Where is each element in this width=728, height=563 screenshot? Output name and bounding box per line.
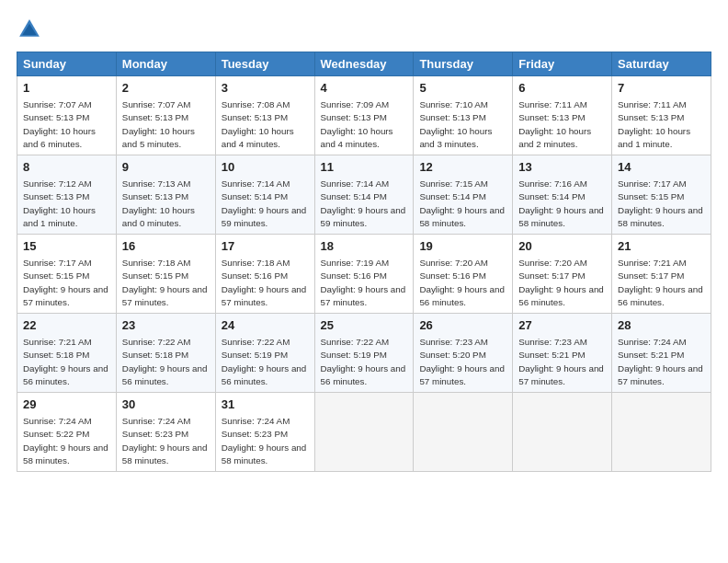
calendar-day-cell: 9Sunrise: 7:13 AMSunset: 5:13 PMDaylight… (116, 155, 215, 235)
calendar-day-cell: 1Sunrise: 7:07 AMSunset: 5:13 PMDaylight… (17, 76, 117, 155)
day-number: 22 (23, 317, 110, 334)
calendar-week-row: 29Sunrise: 7:24 AMSunset: 5:22 PMDayligh… (17, 393, 711, 472)
calendar-day-cell: 13Sunrise: 7:16 AMSunset: 5:14 PMDayligh… (513, 155, 612, 235)
calendar-day-cell: 18Sunrise: 7:19 AMSunset: 5:16 PMDayligh… (314, 235, 414, 314)
day-sun-info: Sunrise: 7:08 AMSunset: 5:13 PMDaylight:… (222, 98, 309, 151)
day-number: 20 (518, 238, 606, 255)
calendar-day-cell: 5Sunrise: 7:10 AMSunset: 5:13 PMDaylight… (414, 76, 513, 155)
page-container: SundayMondayTuesdayWednesdayThursdayFrid… (0, 0, 728, 481)
calendar-body: 1Sunrise: 7:07 AMSunset: 5:13 PMDaylight… (17, 76, 711, 472)
calendar-day-cell: 28Sunrise: 7:24 AMSunset: 5:21 PMDayligh… (612, 314, 711, 393)
calendar-day-cell: 27Sunrise: 7:23 AMSunset: 5:21 PMDayligh… (513, 314, 612, 393)
day-number: 15 (23, 238, 110, 255)
day-number: 9 (122, 159, 210, 176)
header-day-wednesday: Wednesday (314, 52, 414, 76)
day-sun-info: Sunrise: 7:24 AMSunset: 5:21 PMDaylight:… (618, 336, 705, 388)
header-day-saturday: Saturday (612, 52, 711, 76)
day-sun-info: Sunrise: 7:23 AMSunset: 5:20 PMDaylight:… (419, 336, 506, 388)
calendar-day-cell: 31Sunrise: 7:24 AMSunset: 5:23 PMDayligh… (215, 393, 314, 472)
day-sun-info: Sunrise: 7:21 AMSunset: 5:18 PMDaylight:… (23, 336, 110, 388)
day-sun-info: Sunrise: 7:15 AMSunset: 5:14 PMDaylight:… (419, 178, 506, 230)
calendar-day-cell: 20Sunrise: 7:20 AMSunset: 5:17 PMDayligh… (513, 235, 612, 314)
calendar-day-cell: 26Sunrise: 7:23 AMSunset: 5:20 PMDayligh… (414, 314, 513, 393)
day-number: 28 (618, 317, 705, 334)
day-sun-info: Sunrise: 7:11 AMSunset: 5:13 PMDaylight:… (618, 98, 705, 151)
header-day-monday: Monday (116, 52, 215, 76)
day-sun-info: Sunrise: 7:14 AMSunset: 5:14 PMDaylight:… (321, 178, 408, 230)
day-sun-info: Sunrise: 7:18 AMSunset: 5:15 PMDaylight:… (122, 257, 210, 309)
day-number: 21 (618, 238, 705, 255)
calendar-day-cell: 22Sunrise: 7:21 AMSunset: 5:18 PMDayligh… (17, 314, 117, 393)
day-sun-info: Sunrise: 7:21 AMSunset: 5:17 PMDaylight:… (618, 257, 705, 309)
calendar-week-row: 1Sunrise: 7:07 AMSunset: 5:13 PMDaylight… (17, 76, 711, 155)
calendar-week-row: 22Sunrise: 7:21 AMSunset: 5:18 PMDayligh… (17, 314, 711, 393)
day-number: 13 (518, 159, 606, 176)
day-sun-info: Sunrise: 7:20 AMSunset: 5:16 PMDaylight:… (419, 257, 506, 309)
day-number: 29 (23, 396, 110, 413)
calendar-week-row: 15Sunrise: 7:17 AMSunset: 5:15 PMDayligh… (17, 235, 711, 314)
day-number: 5 (419, 80, 506, 97)
calendar-day-cell: 23Sunrise: 7:22 AMSunset: 5:18 PMDayligh… (116, 314, 215, 393)
day-sun-info: Sunrise: 7:20 AMSunset: 5:17 PMDaylight:… (518, 257, 606, 309)
calendar-day-cell: 10Sunrise: 7:14 AMSunset: 5:14 PMDayligh… (215, 155, 314, 235)
calendar-day-cell: 11Sunrise: 7:14 AMSunset: 5:14 PMDayligh… (314, 155, 414, 235)
header-area (17, 17, 711, 42)
logo (17, 17, 46, 42)
day-number: 23 (122, 317, 210, 334)
calendar-day-cell: 19Sunrise: 7:20 AMSunset: 5:16 PMDayligh… (414, 235, 513, 314)
day-number: 6 (518, 80, 606, 97)
day-sun-info: Sunrise: 7:09 AMSunset: 5:13 PMDaylight:… (321, 98, 408, 151)
day-sun-info: Sunrise: 7:07 AMSunset: 5:13 PMDaylight:… (23, 98, 110, 151)
day-sun-info: Sunrise: 7:24 AMSunset: 5:23 PMDaylight:… (122, 415, 210, 467)
calendar-day-cell: 17Sunrise: 7:18 AMSunset: 5:16 PMDayligh… (215, 235, 314, 314)
day-number: 24 (222, 317, 309, 334)
day-number: 25 (321, 317, 408, 334)
day-number: 3 (222, 80, 309, 97)
day-number: 1 (23, 80, 110, 97)
day-sun-info: Sunrise: 7:12 AMSunset: 5:13 PMDaylight:… (23, 178, 110, 230)
calendar-day-cell: 29Sunrise: 7:24 AMSunset: 5:22 PMDayligh… (17, 393, 117, 472)
day-sun-info: Sunrise: 7:24 AMSunset: 5:22 PMDaylight:… (23, 415, 110, 467)
day-number: 31 (222, 396, 309, 413)
calendar-day-cell: 25Sunrise: 7:22 AMSunset: 5:19 PMDayligh… (314, 314, 414, 393)
calendar-day-cell: 14Sunrise: 7:17 AMSunset: 5:15 PMDayligh… (612, 155, 711, 235)
day-sun-info: Sunrise: 7:19 AMSunset: 5:16 PMDaylight:… (321, 257, 408, 309)
calendar-day-cell: 16Sunrise: 7:18 AMSunset: 5:15 PMDayligh… (116, 235, 215, 314)
day-sun-info: Sunrise: 7:16 AMSunset: 5:14 PMDaylight:… (518, 178, 606, 230)
calendar-day-cell (414, 393, 513, 472)
calendar-header-row: SundayMondayTuesdayWednesdayThursdayFrid… (17, 52, 711, 76)
calendar-day-cell: 2Sunrise: 7:07 AMSunset: 5:13 PMDaylight… (116, 76, 215, 155)
day-number: 2 (122, 80, 210, 97)
day-sun-info: Sunrise: 7:13 AMSunset: 5:13 PMDaylight:… (122, 178, 210, 230)
day-number: 4 (321, 80, 408, 97)
day-sun-info: Sunrise: 7:22 AMSunset: 5:19 PMDaylight:… (222, 336, 309, 388)
header-day-friday: Friday (513, 52, 612, 76)
header-day-tuesday: Tuesday (215, 52, 314, 76)
day-sun-info: Sunrise: 7:23 AMSunset: 5:21 PMDaylight:… (518, 336, 606, 388)
calendar-day-cell (513, 393, 612, 472)
day-sun-info: Sunrise: 7:24 AMSunset: 5:23 PMDaylight:… (222, 415, 309, 467)
calendar-day-cell: 12Sunrise: 7:15 AMSunset: 5:14 PMDayligh… (414, 155, 513, 235)
logo-icon (17, 17, 42, 42)
calendar-day-cell: 24Sunrise: 7:22 AMSunset: 5:19 PMDayligh… (215, 314, 314, 393)
day-sun-info: Sunrise: 7:10 AMSunset: 5:13 PMDaylight:… (419, 98, 506, 151)
calendar-table: SundayMondayTuesdayWednesdayThursdayFrid… (17, 52, 711, 472)
day-sun-info: Sunrise: 7:18 AMSunset: 5:16 PMDaylight:… (222, 257, 309, 309)
day-sun-info: Sunrise: 7:22 AMSunset: 5:19 PMDaylight:… (321, 336, 408, 388)
day-number: 12 (419, 159, 506, 176)
header-day-sunday: Sunday (17, 52, 117, 76)
day-number: 19 (419, 238, 506, 255)
calendar-day-cell (612, 393, 711, 472)
day-number: 17 (222, 238, 309, 255)
day-number: 27 (518, 317, 606, 334)
day-number: 11 (321, 159, 408, 176)
calendar-day-cell (314, 393, 414, 472)
calendar-day-cell: 4Sunrise: 7:09 AMSunset: 5:13 PMDaylight… (314, 76, 414, 155)
calendar-day-cell: 3Sunrise: 7:08 AMSunset: 5:13 PMDaylight… (215, 76, 314, 155)
day-sun-info: Sunrise: 7:17 AMSunset: 5:15 PMDaylight:… (618, 178, 705, 230)
calendar-day-cell: 7Sunrise: 7:11 AMSunset: 5:13 PMDaylight… (612, 76, 711, 155)
day-number: 16 (122, 238, 210, 255)
day-number: 10 (222, 159, 309, 176)
calendar-day-cell: 6Sunrise: 7:11 AMSunset: 5:13 PMDaylight… (513, 76, 612, 155)
day-number: 7 (618, 80, 705, 97)
